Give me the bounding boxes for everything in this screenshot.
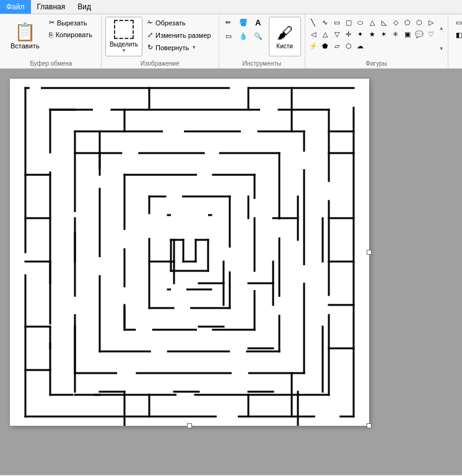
shape-triangle[interactable]: △ <box>367 17 378 28</box>
brush-icon: 🖌 <box>277 24 293 43</box>
select-arrow: ▼ <box>121 48 126 53</box>
shape-extra3[interactable]: ⬡ <box>343 40 354 51</box>
scroll-down-icon: ▼ <box>439 46 444 51</box>
scroll-up-icon: ▲ <box>439 25 444 31</box>
ribbon-group-tools: ✏ 🪣 A ▭ 💧 🔍 🖌 Кисти Инструменты <box>219 14 305 68</box>
shape-star4[interactable]: ✦ <box>355 29 366 40</box>
shape-hexagon[interactable]: ⬡ <box>414 17 425 28</box>
shape-arrow-u[interactable]: △ <box>320 29 331 40</box>
paste-icon: 📋 <box>14 24 36 41</box>
shape-extra2[interactable]: ⏥ <box>331 40 342 51</box>
resize-button[interactable]: ⤢ Изменить размер <box>144 29 215 41</box>
shape-callout[interactable]: 💬 <box>414 29 425 40</box>
rotate-arrow: ▼ <box>191 45 196 50</box>
ribbon-group-clipboard: 📋 Вставить ✂ Вырезать ⎘ Копировать Буфер… <box>2 14 102 68</box>
shapes-row-3: ⚡ ⬟ ⏥ ⬡ ☁ <box>308 40 437 51</box>
shape-line[interactable]: ╲ <box>308 17 319 28</box>
contour-icon: ▭ <box>456 19 462 27</box>
image-label: Изображение <box>141 60 180 67</box>
image-items: Выделить ▼ ✁ Обрезать ⤢ Изменить размер … <box>105 17 215 62</box>
resize-label: Изменить размер <box>155 32 211 39</box>
brush-button[interactable]: 🖌 Кисти <box>269 17 301 56</box>
shape-arrow-r[interactable]: ▷ <box>425 17 437 28</box>
select-button[interactable]: Выделить ▼ <box>105 17 142 56</box>
ribbon-group-shapes: ╲ ∿ ▭ ▢ ⬭ △ ◺ ◇ ⬠ ⬡ ▷ ◁ △ ▽ ✛ <box>305 14 448 68</box>
ribbon-group-outline: ▭ Контур ▼ ◧ Заливка ▼ <box>448 14 462 68</box>
shape-ellipse[interactable]: ⬭ <box>355 17 366 28</box>
shape-extra1[interactable]: ⬟ <box>320 40 331 51</box>
clipboard-small-buttons: ✂ Вырезать ⎘ Копировать <box>45 17 96 40</box>
drawing-canvas <box>10 79 369 426</box>
image-tools-column: ✁ Обрезать ⤢ Изменить размер ↻ Повернуть… <box>144 17 215 53</box>
shape-pentagon[interactable]: ⬠ <box>402 17 413 28</box>
crop-icon: ✁ <box>147 19 153 27</box>
zoom-button[interactable]: 🔍 <box>253 30 264 42</box>
shape-rect[interactable]: ▭ <box>331 17 342 28</box>
ribbon-group-image: Выделить ▼ ✁ Обрезать ⤢ Изменить размер … <box>102 14 219 68</box>
clipboard-items: 📋 Вставить ✂ Вырезать ⎘ Копировать <box>6 17 96 57</box>
shape-extra4[interactable]: ☁ <box>355 40 366 51</box>
menu-view[interactable]: Вид <box>71 0 97 14</box>
copy-button[interactable]: ⎘ Копировать <box>45 29 96 40</box>
paste-label: Вставить <box>11 42 40 50</box>
tools-items: ✏ 🪣 A ▭ 💧 🔍 🖌 Кисти <box>223 17 301 57</box>
clipboard-label: Буфер обмена <box>30 60 72 67</box>
menu-file[interactable]: Файл <box>0 0 31 14</box>
shape-star5[interactable]: ★ <box>367 29 378 40</box>
menu-bar: Файл Главная Вид <box>0 0 462 14</box>
shape-curve[interactable]: ∿ <box>320 17 331 28</box>
fill-button[interactable]: 🪣 <box>238 17 249 28</box>
rotate-button[interactable]: ↻ Повернуть ▼ <box>144 42 215 53</box>
crop-label: Обрезать <box>155 19 186 27</box>
copy-icon: ⎘ <box>49 31 53 38</box>
shapes-area: ╲ ∿ ▭ ▢ ⬭ △ ◺ ◇ ⬠ ⬡ ▷ ◁ △ ▽ ✛ <box>308 17 445 60</box>
shape-rounded-rect[interactable]: ▢ <box>343 17 354 28</box>
shape-arrow-d[interactable]: ▽ <box>331 29 342 40</box>
shapes-label: Фигуры <box>365 60 386 67</box>
fill-outline-icon: ◧ <box>456 31 462 39</box>
shape-4arrow[interactable]: ✛ <box>343 29 354 40</box>
cut-button[interactable]: ✂ Вырезать <box>45 17 96 29</box>
resize-icon: ⤢ <box>147 31 153 39</box>
resize-handle-bottom[interactable] <box>187 423 192 428</box>
maze-canvas <box>10 79 369 426</box>
rotate-label: Повернуть <box>155 44 189 51</box>
shape-arrow-l[interactable]: ◁ <box>308 29 319 40</box>
pencil-button[interactable]: ✏ <box>223 17 234 28</box>
outline-items: ▭ Контур ▼ ◧ Заливка ▼ <box>452 17 462 41</box>
select-icon <box>114 20 134 39</box>
shape-lightning[interactable]: ⚡ <box>308 40 319 51</box>
tools-label: Инструменты <box>242 60 281 67</box>
cut-icon: ✂ <box>49 19 54 27</box>
shape-star8[interactable]: ✳ <box>390 29 401 40</box>
resize-handle-right[interactable] <box>367 250 372 255</box>
canvas-area <box>0 69 462 475</box>
ribbon: 📋 Вставить ✂ Вырезать ⎘ Копировать Буфер… <box>0 14 462 69</box>
resize-handle-corner[interactable] <box>367 423 372 428</box>
shape-rounded2[interactable]: ▣ <box>402 29 413 40</box>
brush-label: Кисти <box>276 43 293 50</box>
eraser-button[interactable]: ▭ <box>223 30 234 42</box>
shapes-grid-panel: ╲ ∿ ▭ ▢ ⬭ △ ◺ ◇ ⬠ ⬡ ▷ ◁ △ ▽ ✛ <box>308 17 437 51</box>
colorpick-button[interactable]: 💧 <box>238 30 249 42</box>
copy-label: Копировать <box>56 31 92 38</box>
crop-button[interactable]: ✁ Обрезать <box>144 17 215 29</box>
menu-home[interactable]: Главная <box>31 0 72 14</box>
fill-outline-button[interactable]: ◧ Заливка ▼ <box>452 29 462 41</box>
select-label: Выделить <box>110 41 138 48</box>
rotate-icon: ↻ <box>147 43 153 51</box>
shape-diamond[interactable]: ◇ <box>390 17 401 28</box>
shape-star6[interactable]: ✶ <box>378 29 390 40</box>
shape-heart[interactable]: ♡ <box>425 29 437 40</box>
shape-rt-triangle[interactable]: ◺ <box>378 17 390 28</box>
shapes-row-1: ╲ ∿ ▭ ▢ ⬭ △ ◺ ◇ ⬠ ⬡ ▷ <box>308 17 437 28</box>
text-button[interactable]: A <box>253 17 264 28</box>
contour-button[interactable]: ▭ Контур ▼ <box>452 17 462 29</box>
cut-label: Вырезать <box>57 19 87 27</box>
tools-grid: ✏ 🪣 A ▭ 💧 🔍 <box>223 17 266 56</box>
shapes-scroll[interactable]: ▲ ▼ <box>438 17 445 60</box>
shapes-row-2: ◁ △ ▽ ✛ ✦ ★ ✶ ✳ ▣ 💬 ♡ <box>308 29 437 40</box>
paste-button[interactable]: 📋 Вставить <box>6 17 44 56</box>
